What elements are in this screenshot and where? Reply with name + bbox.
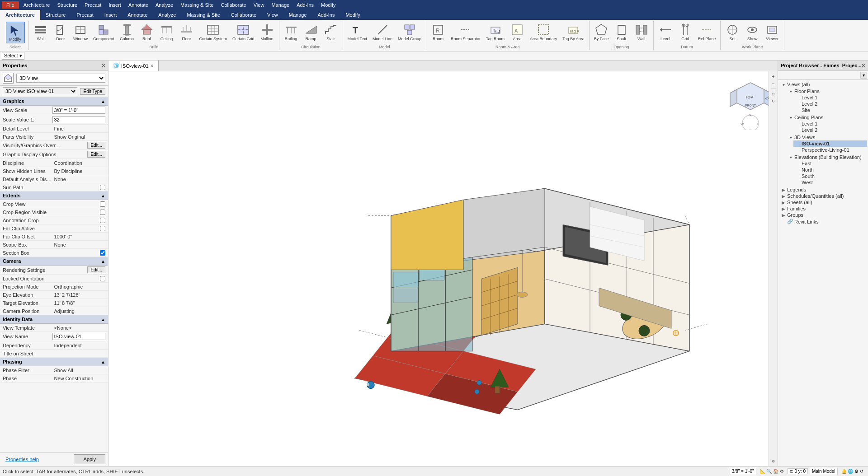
ribbon-btn-modify[interactable]: Modify — [6, 22, 25, 43]
ribbon-btn-shaft[interactable]: Shaft — [613, 22, 631, 42]
graphics-section-header[interactable]: Graphics ▲ — [0, 97, 108, 106]
ribbon-btn-level[interactable]: Level — [656, 22, 675, 42]
tab-architecture[interactable]: Architecture — [0, 10, 40, 20]
ribbon-btn-stair[interactable]: Stair — [322, 22, 340, 42]
ribbon-btn-area-boundary[interactable]: Area Boundary — [528, 22, 559, 42]
crop-region-checkbox[interactable] — [100, 210, 105, 215]
tree-item-families[interactable]: ▶ Families — [779, 205, 867, 212]
ribbon-btn-area[interactable]: A Area — [508, 22, 526, 42]
menu-architecture[interactable]: Architecture — [20, 1, 54, 9]
far-clip-active-checkbox[interactable] — [100, 226, 105, 231]
ribbon-btn-room[interactable]: R Room — [429, 22, 447, 42]
menu-addins[interactable]: Add-Ins — [293, 1, 317, 9]
section-box-checkbox[interactable] — [100, 250, 105, 256]
tree-item-ceiling-plans[interactable]: ▾ Ceiling Plans — [786, 114, 867, 121]
annotation-crop-checkbox[interactable] — [100, 218, 105, 223]
ribbon-btn-ramp[interactable]: Ramp — [302, 22, 320, 42]
ribbon-btn-tag-room[interactable]: Tag Tag Room — [484, 22, 506, 42]
view-scale-input[interactable] — [52, 107, 106, 114]
ribbon-btn-tag-area[interactable]: Tag A Tag By Area — [561, 22, 586, 42]
tree-item-3d-views[interactable]: ▾ 3D Views — [786, 134, 867, 140]
identity-section-header[interactable]: Identity Data ▲ — [0, 315, 108, 324]
tree-item-floor-plans[interactable]: ▾ Floor Plans — [786, 88, 867, 94]
fit-view-btn[interactable]: ⊡ — [770, 91, 777, 97]
orbit-btn[interactable]: ↻ — [770, 98, 777, 104]
graphic-display-edit-btn[interactable]: Edit... — [87, 151, 105, 158]
ribbon-btn-model-group[interactable]: Model Group — [396, 22, 423, 42]
zoom-in-btn[interactable]: + — [770, 73, 777, 79]
tree-item-revit-links[interactable]: 🔗 Revit Links — [779, 218, 867, 225]
ribbon-btn-by-face[interactable]: By Face — [592, 22, 611, 42]
tree-item-groups[interactable]: ▶ Groups — [779, 212, 867, 218]
tree-item-site[interactable]: Site — [793, 107, 867, 113]
tab-analyze[interactable]: Analyze — [153, 10, 181, 20]
tab-annotate[interactable]: Annotate — [122, 10, 153, 20]
ribbon-btn-column[interactable]: Column — [118, 22, 136, 42]
menu-structure[interactable]: Structure — [53, 1, 81, 9]
tree-item-level-2[interactable]: Level 2 — [793, 101, 867, 107]
menu-analyze[interactable]: Analyze — [152, 1, 177, 9]
ribbon-btn-mullion[interactable]: Mullion — [258, 22, 276, 42]
ribbon-btn-show[interactable]: Show — [743, 22, 761, 42]
ribbon-btn-roof[interactable]: Roof — [138, 22, 156, 42]
ribbon-btn-ref-plane[interactable]: Ref Plane — [696, 22, 718, 42]
menu-insert[interactable]: Insert — [105, 1, 125, 9]
tree-item-west[interactable]: West — [793, 179, 867, 186]
tab-massing[interactable]: Massing & Site — [181, 10, 225, 20]
select-dropdown[interactable]: Select ▾ — [2, 52, 24, 60]
ribbon-btn-floor[interactable]: Floor — [178, 22, 196, 42]
ribbon-btn-room-separator[interactable]: Room Separator — [449, 22, 482, 42]
ribbon-btn-wall-opening[interactable]: Wall — [632, 22, 651, 42]
rendering-settings-btn[interactable]: Edit... — [87, 266, 105, 273]
view-tab-iso[interactable]: 🧊 ISO-view-01 × — [108, 61, 159, 71]
menu-collaborate[interactable]: Collaborate — [217, 1, 250, 9]
settings-nav-btn[interactable]: ⚙ — [770, 458, 777, 464]
ribbon-btn-railing[interactable]: Railing — [282, 22, 300, 42]
tab-addins[interactable]: Add-Ins — [312, 10, 340, 20]
crop-view-checkbox[interactable] — [100, 201, 105, 207]
ribbon-btn-model-line[interactable]: Model Line — [371, 22, 394, 42]
menu-precast[interactable]: Precast — [81, 1, 105, 9]
ribbon-btn-model-text[interactable]: T Model Text — [346, 22, 369, 42]
properties-help-link[interactable]: Properties help — [3, 455, 42, 464]
panel-close-btn[interactable]: × — [102, 62, 105, 69]
viewport-canvas[interactable]: ⊕ N S W E TOP RIGHT — [108, 71, 778, 466]
tree-item-perspective-living[interactable]: Perspective-Living-01 — [793, 147, 867, 153]
ribbon-btn-wall[interactable]: Wall — [32, 22, 50, 42]
tree-item-north[interactable]: North — [793, 167, 867, 173]
menu-file[interactable]: File — [2, 1, 19, 9]
apply-btn[interactable]: Apply — [74, 454, 105, 464]
tree-item-level-1[interactable]: Level 1 — [793, 94, 867, 101]
tab-manage[interactable]: Manage — [283, 10, 312, 20]
menu-manage[interactable]: Manage — [268, 1, 293, 9]
phasing-section-header[interactable]: Phasing ▲ — [0, 358, 108, 366]
menu-massing[interactable]: Massing & Site — [177, 1, 217, 9]
browser-minimize-btn[interactable]: ▾ — [860, 72, 867, 79]
edit-type-btn[interactable]: Edit Type — [80, 88, 105, 95]
view-cube[interactable]: N S W E TOP RIGHT FRONT — [728, 80, 764, 117]
zoom-out-btn[interactable]: − — [770, 80, 777, 87]
view-selector[interactable]: 3D View: ISO-view-01 — [3, 87, 77, 95]
tab-insert[interactable]: Insert — [99, 10, 123, 20]
sun-path-checkbox[interactable] — [100, 185, 105, 190]
ribbon-btn-component[interactable]: Component — [91, 22, 116, 42]
tab-precast[interactable]: Precast — [71, 10, 99, 20]
camera-section-header[interactable]: Camera ▲ — [0, 257, 108, 266]
ribbon-btn-ceiling[interactable]: Ceiling — [158, 22, 176, 42]
tab-collaborate[interactable]: Collaborate — [226, 10, 262, 20]
menu-modify[interactable]: Modify — [317, 1, 339, 9]
tree-item-south[interactable]: South — [793, 173, 867, 179]
browser-close-btn[interactable]: × — [862, 62, 865, 69]
ribbon-btn-curtain-system[interactable]: Curtain System — [198, 22, 229, 42]
tab-structure[interactable]: Structure — [40, 10, 71, 20]
panel-type-select[interactable]: 3D View — [16, 74, 105, 83]
tree-item-views-all[interactable]: ▾ Views (all) — [779, 81, 867, 88]
ribbon-btn-curtain-grid[interactable]: Curtain Grid — [231, 22, 256, 42]
tree-item-schedules[interactable]: ▶ Schedules/Quantities (all) — [779, 193, 867, 199]
ribbon-btn-grid[interactable]: Grid — [676, 22, 694, 42]
ribbon-btn-set[interactable]: Set — [723, 22, 741, 42]
ribbon-btn-viewer[interactable]: Viewer — [763, 22, 781, 42]
ribbon-btn-door[interactable]: Door — [52, 22, 70, 42]
tree-item-east[interactable]: East — [793, 160, 867, 167]
tree-item-iso-view-01[interactable]: ISO-view-01 — [793, 140, 867, 147]
